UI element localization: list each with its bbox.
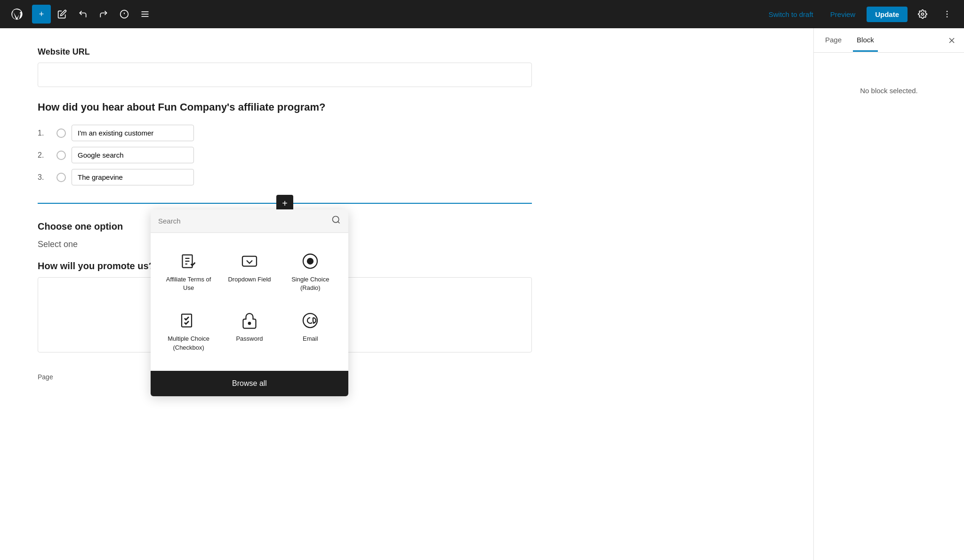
option-number-2: 2. [38,151,51,160]
picker-item-multiple-choice[interactable]: Multiple Choice (Checkbox) [158,302,219,361]
promote-title: How will you promote us? [38,261,776,272]
redo-button[interactable] [94,5,113,24]
edit-button[interactable] [53,5,72,24]
option-checkbox-2 [56,151,66,160]
switch-draft-button[interactable]: Switch to draft [763,8,819,21]
svg-line-11 [338,222,340,224]
svg-point-9 [947,16,948,18]
undo-button[interactable] [73,5,92,24]
search-icon [331,215,341,227]
update-button[interactable]: Update [867,7,908,22]
no-block-selected-text: No block selected. [860,87,918,95]
settings-button[interactable] [913,5,932,24]
picker-grid: Affiliate Terms of Use Dropdown Field [151,233,348,371]
option-checkbox-1 [56,128,66,138]
sidebar: Page Block No block selected. [813,28,964,560]
wordpress-logo [8,5,26,24]
affiliate-terms-label: Affiliate Terms of Use [162,275,215,292]
email-label: Email [303,335,318,343]
preview-button[interactable]: Preview [825,8,861,21]
tab-block[interactable]: Block [853,29,878,52]
option-checkbox-3 [56,173,66,182]
picker-search-bar [151,209,348,233]
options-list: 1. 2. 3. [38,125,776,185]
multiple-choice-label: Multiple Choice (Checkbox) [162,335,215,352]
more-options-button[interactable] [938,5,956,24]
page-label: Page [38,373,776,381]
option-input-3[interactable] [72,169,194,185]
browse-all-button[interactable]: Browse all [151,371,348,396]
picker-item-email[interactable]: Email [280,302,341,361]
website-url-input[interactable] [38,63,532,87]
sidebar-close-button[interactable] [947,36,956,45]
picker-item-affiliate-terms[interactable]: Affiliate Terms of Use [158,242,219,302]
password-label: Password [236,335,263,343]
svg-point-20 [249,322,251,325]
multiple-choice-icon [179,311,198,330]
svg-point-6 [922,13,924,16]
editor-area: Website URL How did you hear about Fun C… [0,28,813,560]
block-picker: Affiliate Terms of Use Dropdown Field [151,209,348,396]
svg-rect-16 [242,256,257,266]
password-icon [240,311,259,330]
picker-item-dropdown[interactable]: Dropdown Field [219,242,280,302]
info-button[interactable] [115,5,134,24]
svg-point-7 [947,11,948,12]
single-choice-icon [301,252,320,271]
tab-page[interactable]: Page [821,29,845,52]
list-item: 3. [38,169,776,185]
sidebar-tabs: Page Block [814,28,964,53]
choose-one-label: Choose one option [38,221,776,232]
toolbar-right: Switch to draft Preview Update [763,5,956,24]
option-input-1[interactable] [72,125,194,141]
picker-item-single-choice[interactable]: Single Choice (Radio) [280,242,341,302]
list-item: 1. [38,125,776,141]
option-input-2[interactable] [72,147,194,163]
toolbar-left: + [8,5,154,24]
main-container: Website URL How did you hear about Fun C… [0,28,964,560]
svg-point-8 [947,14,948,15]
picker-search-input[interactable] [158,217,331,225]
add-block-button[interactable]: + [32,5,51,24]
svg-point-18 [307,258,313,264]
svg-point-10 [333,216,339,223]
svg-point-21 [303,313,317,328]
svg-rect-19 [182,314,192,327]
affiliate-terms-icon [179,252,198,271]
email-icon [301,311,320,330]
single-choice-label: Single Choice (Radio) [284,275,337,292]
select-one-label: Select one [38,240,776,249]
sidebar-content: No block selected. [814,53,964,110]
list-item: 2. [38,147,776,163]
option-number-1: 1. [38,129,51,137]
website-url-label: Website URL [38,47,776,57]
dropdown-label: Dropdown Field [228,275,271,284]
dropdown-field-icon [240,252,259,271]
picker-item-password[interactable]: Password [219,302,280,361]
toolbar: + Switch to draft Preview Update [0,0,964,28]
option-number-3: 3. [38,173,51,182]
list-view-button[interactable] [136,5,154,24]
question-title: How did you hear about Fun Company's aff… [38,101,776,113]
